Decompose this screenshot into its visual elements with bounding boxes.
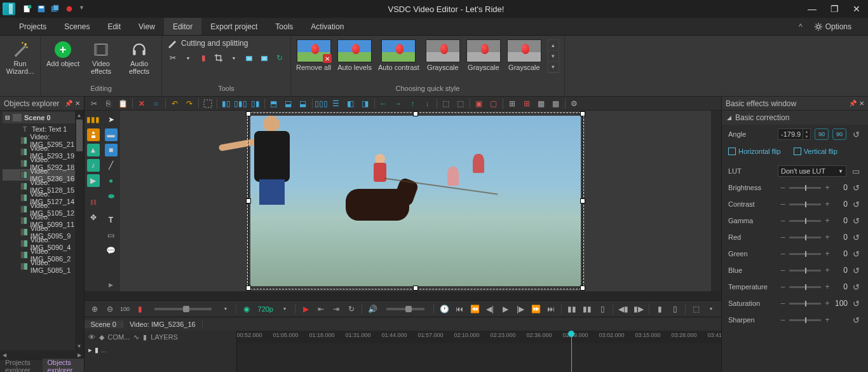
arrow-down-icon[interactable]: ↓ bbox=[422, 98, 433, 109]
preview-canvas-area[interactable] bbox=[120, 111, 711, 291]
align-bottom-icon[interactable]: ⬓ bbox=[297, 98, 309, 109]
ungroup-icon[interactable]: ▢ bbox=[488, 98, 499, 109]
distribute-h-icon[interactable]: ▯▯▯ bbox=[316, 98, 327, 109]
section-basic-correction[interactable]: ◢Basic correction bbox=[722, 111, 868, 125]
layer-back-icon[interactable]: ⬚ bbox=[455, 98, 466, 109]
timeline-tool2-icon[interactable]: ▯ bbox=[668, 303, 681, 315]
slider-track[interactable] bbox=[789, 220, 821, 222]
ellipse-shape-icon[interactable]: ● bbox=[105, 174, 118, 187]
scissors-icon[interactable]: ✂ bbox=[167, 52, 179, 64]
text-tool-icon[interactable]: T bbox=[105, 214, 118, 226]
menu-edit[interactable]: Edit bbox=[98, 18, 130, 35]
slider-track[interactable] bbox=[789, 253, 821, 255]
bars-icon2[interactable]: ▮ bbox=[143, 333, 147, 341]
square-shape-icon[interactable]: ■ bbox=[105, 144, 118, 156]
rotate-ccw-button[interactable]: 90 bbox=[832, 128, 846, 140]
paste-icon[interactable]: 📋 bbox=[118, 98, 129, 109]
delete-tool-icon[interactable]: ▮ bbox=[198, 52, 209, 64]
volume-slider[interactable] bbox=[386, 308, 424, 310]
slider-plus[interactable]: + bbox=[824, 200, 831, 209]
slider-track[interactable] bbox=[789, 203, 821, 205]
slider-plus[interactable]: + bbox=[824, 299, 831, 308]
slider-minus[interactable]: – bbox=[779, 315, 787, 324]
tooltip-icon[interactable]: ▭ bbox=[105, 229, 118, 242]
slider-minus[interactable]: – bbox=[779, 299, 787, 308]
col-layers[interactable]: LAYERS bbox=[151, 333, 178, 341]
style-auto-levels[interactable]: Auto levels bbox=[337, 39, 372, 71]
horizontal-flip-checkbox[interactable]: Horizontal flip bbox=[728, 148, 781, 155]
play-square-icon[interactable]: ▶ bbox=[87, 174, 100, 187]
slider-minus[interactable]: – bbox=[779, 249, 787, 258]
panel-close-icon[interactable]: ✕ bbox=[75, 100, 80, 107]
align-center-h-icon[interactable]: ▯▮▯ bbox=[235, 98, 247, 109]
align-left-icon[interactable]: ▮▯ bbox=[220, 98, 232, 109]
slider-minus[interactable]: – bbox=[779, 266, 787, 275]
rotate-cw-button[interactable]: 90 bbox=[815, 128, 829, 140]
marker1-icon[interactable]: ▮▮ bbox=[566, 303, 578, 315]
step-back-icon[interactable]: ◀| bbox=[484, 303, 496, 315]
vertical-flip-checkbox[interactable]: Vertical flip bbox=[794, 148, 837, 155]
slider-plus[interactable]: + bbox=[824, 233, 831, 242]
timeline-tool1-icon[interactable]: ▮ bbox=[653, 303, 666, 315]
crumb-clip[interactable]: Video: IMG_5236_16 bbox=[123, 320, 203, 328]
style-remove-all[interactable]: ✕Remove all bbox=[296, 39, 331, 71]
slider-plus[interactable]: + bbox=[824, 282, 831, 291]
canvas-vscrollbar[interactable] bbox=[711, 111, 721, 291]
goto-start-icon[interactable]: ⏮ bbox=[453, 303, 466, 315]
marker2-icon[interactable]: ▮▮ bbox=[581, 303, 593, 315]
layer-front-icon[interactable]: ⬚ bbox=[440, 98, 452, 109]
grid-icon[interactable]: ⊞ bbox=[506, 98, 518, 109]
slider-track[interactable] bbox=[789, 319, 821, 321]
slider-reset-icon[interactable]: ↺ bbox=[850, 298, 862, 309]
menu-activation[interactable]: Activation bbox=[302, 18, 353, 35]
goto-end-icon[interactable]: ⏭ bbox=[545, 303, 557, 315]
record-icon[interactable]: ▶ bbox=[299, 303, 312, 315]
slider-plus[interactable]: + bbox=[824, 183, 831, 192]
effects-pin-icon[interactable]: 📌 bbox=[849, 100, 857, 107]
volume-icon[interactable]: 🔊 bbox=[366, 303, 379, 315]
zoom-out-icon[interactable]: ⊖ bbox=[104, 303, 116, 315]
cut-icon[interactable]: ✂ bbox=[88, 98, 100, 109]
angle-spin-down[interactable]: ▼ bbox=[803, 134, 810, 139]
angle-reset-icon[interactable]: ↺ bbox=[850, 128, 862, 140]
align-right-icon[interactable]: ▯▮ bbox=[250, 98, 261, 109]
diamond-icon[interactable]: ◆ bbox=[99, 333, 104, 341]
qa-record-icon[interactable] bbox=[65, 4, 74, 13]
move-cross-icon[interactable]: ✥ bbox=[87, 211, 100, 224]
slider-minus[interactable]: – bbox=[779, 282, 787, 291]
marker3-icon[interactable]: ▯ bbox=[596, 303, 609, 315]
align-top-icon[interactable]: ⬒ bbox=[268, 98, 280, 109]
tab-projects-explorer[interactable]: Projects explorer bbox=[0, 359, 43, 373]
slider-track[interactable] bbox=[789, 286, 821, 288]
circle-icon[interactable]: ○ bbox=[151, 98, 162, 109]
cutting-splitting-button[interactable]: Cutting and splitting bbox=[167, 38, 285, 48]
fastfwd-icon[interactable]: ⏩ bbox=[529, 303, 542, 315]
quality-label[interactable]: 720p bbox=[255, 305, 276, 313]
tab-objects-explorer[interactable]: Objects explorer bbox=[43, 359, 84, 373]
timeline-dropdown-icon[interactable]: ▾ bbox=[705, 303, 717, 315]
prev-cut-icon[interactable]: ⇤ bbox=[315, 303, 327, 315]
cursor-icon[interactable]: ➤ bbox=[105, 113, 118, 126]
style-grayscale-2[interactable]: Grayscale bbox=[466, 39, 501, 71]
copy-icon[interactable]: ⎘ bbox=[103, 98, 114, 109]
add-object-button[interactable]: + Add object bbox=[46, 38, 80, 67]
zoom-in-icon[interactable]: ⊕ bbox=[88, 303, 101, 315]
arrow-left-icon[interactable]: ← bbox=[378, 98, 390, 109]
arrow-right-icon[interactable]: → bbox=[393, 98, 404, 109]
rotate-neg90-icon[interactable]: 90 bbox=[259, 52, 270, 64]
same-height-icon[interactable]: ◨ bbox=[360, 98, 371, 109]
snap-icon[interactable]: ▦ bbox=[536, 98, 547, 109]
delete-x-icon[interactable]: ✕ bbox=[136, 98, 147, 109]
style-more-button[interactable]: ▴▾▾ bbox=[548, 39, 559, 73]
slider-track[interactable] bbox=[789, 237, 821, 238]
slider-minus[interactable]: – bbox=[779, 233, 787, 242]
speech-bubble-icon[interactable]: 💬 bbox=[105, 244, 118, 257]
eye-icon[interactable]: 👁 bbox=[88, 333, 95, 341]
slider-reset-icon[interactable]: ↺ bbox=[850, 281, 862, 293]
lut-browse-icon[interactable]: ▭ bbox=[850, 165, 862, 177]
slider-minus[interactable]: – bbox=[779, 183, 787, 192]
lut-select[interactable]: Don't use LUT▼ bbox=[778, 165, 846, 177]
grid2-icon[interactable]: ⊞ bbox=[521, 98, 532, 109]
same-width-icon[interactable]: ◧ bbox=[345, 98, 356, 109]
undo-icon[interactable]: ↶ bbox=[169, 98, 180, 109]
